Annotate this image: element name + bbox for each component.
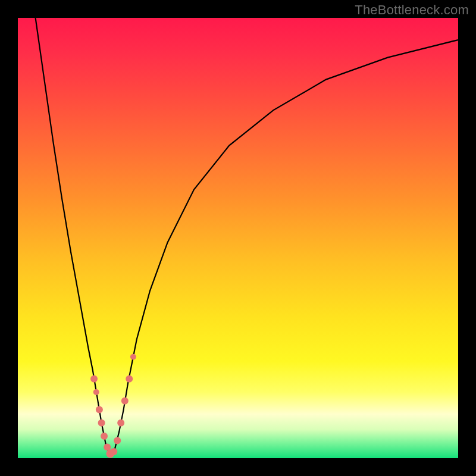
highlight-point	[96, 406, 103, 414]
bottleneck-curve	[36, 18, 458, 456]
highlight-point	[114, 437, 121, 444]
highlight-point	[90, 375, 98, 383]
highlight-point	[117, 419, 124, 427]
highlight-point	[110, 448, 117, 455]
highlight-point	[98, 419, 105, 427]
highlight-point	[126, 375, 133, 383]
highlight-point	[101, 433, 108, 440]
highlight-point	[130, 354, 136, 360]
curve-layer	[18, 18, 458, 458]
plot-area	[18, 18, 458, 458]
watermark-text: TheBottleneck.com	[355, 2, 469, 18]
marker-group	[90, 354, 136, 458]
highlight-point	[121, 397, 129, 405]
chart-frame: TheBottleneck.com	[0, 0, 476, 476]
highlight-point	[93, 389, 99, 395]
